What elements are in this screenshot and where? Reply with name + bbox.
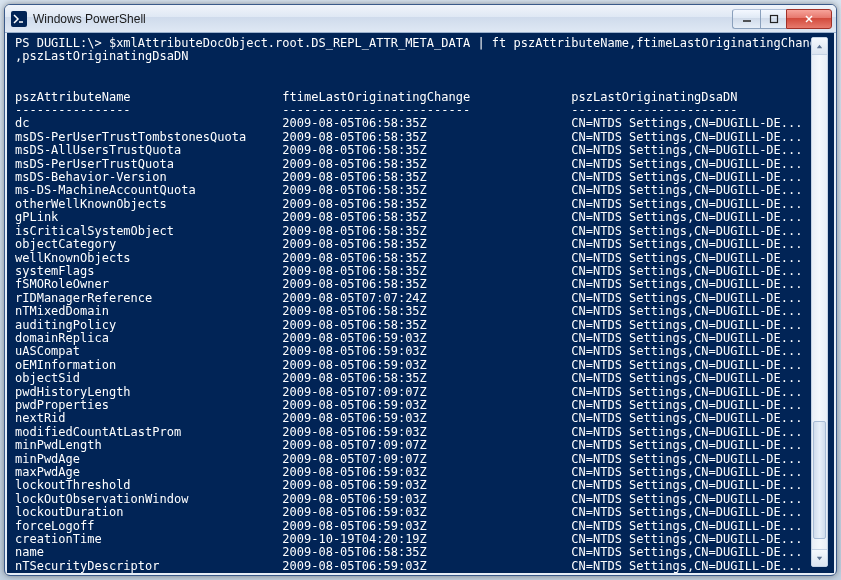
scroll-up-button[interactable] <box>812 38 827 55</box>
svg-rect-3 <box>770 15 777 22</box>
titlebar[interactable]: Windows PowerShell <box>5 5 836 33</box>
vertical-scrollbar[interactable] <box>811 37 828 567</box>
scroll-thumb[interactable] <box>813 421 826 540</box>
window-title: Windows PowerShell <box>33 12 732 26</box>
console-area[interactable]: PS DUGILL:\> $xmlAttributeDocObject.root… <box>5 33 836 575</box>
scroll-down-button[interactable] <box>812 549 827 566</box>
console-output: PS DUGILL:\> $xmlAttributeDocObject.root… <box>15 37 828 575</box>
app-window: Windows PowerShell PS DUGILL:\> $xmlAttr… <box>4 4 837 576</box>
powershell-icon <box>11 11 27 27</box>
minimize-button[interactable] <box>732 9 760 29</box>
window-controls <box>732 9 832 29</box>
maximize-button[interactable] <box>760 9 786 29</box>
close-button[interactable] <box>786 9 832 29</box>
scroll-track[interactable] <box>812 55 827 549</box>
